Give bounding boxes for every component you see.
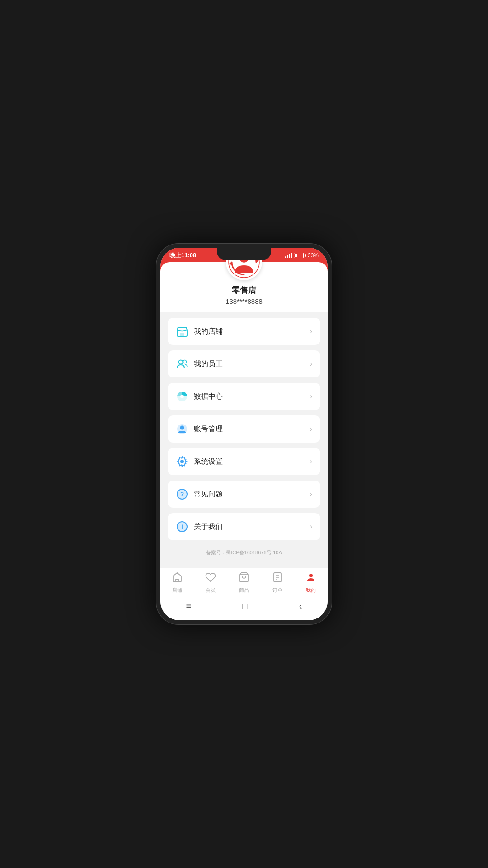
nav-label-order: 订单 bbox=[272, 587, 282, 594]
goods-nav-icon bbox=[239, 572, 249, 585]
menu-item-my-staff[interactable]: 我的员工 › bbox=[168, 350, 320, 377]
menu-item-my-store[interactable]: 我的店铺 › bbox=[168, 318, 320, 345]
chevron-icon: › bbox=[310, 458, 312, 466]
profile-section: 零售店 138****8888 bbox=[160, 280, 328, 312]
menu-item-account[interactable]: 账号管理 › bbox=[168, 415, 320, 443]
mine-nav-icon bbox=[305, 572, 316, 585]
system-back-button[interactable]: ‹ bbox=[290, 599, 311, 613]
svg-rect-5 bbox=[180, 333, 184, 336]
menu-item-faq[interactable]: ? 常见问题 › bbox=[168, 481, 320, 508]
chevron-icon: › bbox=[310, 327, 312, 335]
svg-point-7 bbox=[183, 360, 187, 363]
nav-item-store[interactable]: 店铺 bbox=[160, 572, 194, 594]
about-label: 关于我们 bbox=[194, 522, 223, 532]
phone-frame: 晚上11:08 33% 我的 bbox=[156, 243, 332, 625]
system-menu-button[interactable]: ≡ bbox=[177, 599, 201, 613]
svg-text:i: i bbox=[181, 523, 183, 530]
battery-icon bbox=[294, 253, 306, 258]
nav-item-mine[interactable]: 我的 bbox=[294, 572, 328, 594]
nav-label-mine: 我的 bbox=[306, 587, 316, 594]
svg-point-9 bbox=[180, 395, 184, 398]
my-store-label: 我的店铺 bbox=[194, 327, 223, 336]
nav-label-store: 店铺 bbox=[172, 587, 182, 594]
menu-item-data-center[interactable]: 数据中心 › bbox=[168, 383, 320, 410]
status-time: 晚上11:08 bbox=[169, 251, 196, 259]
account-icon bbox=[176, 423, 188, 435]
store-nav-icon bbox=[172, 572, 183, 585]
svg-point-24 bbox=[309, 574, 313, 577]
chevron-icon: › bbox=[310, 392, 312, 401]
bottom-nav: 店铺 会员 商品 bbox=[160, 568, 328, 595]
menu-item-settings[interactable]: 系统设置 › bbox=[168, 448, 320, 475]
signal-icon bbox=[285, 253, 292, 258]
store-icon bbox=[176, 325, 188, 338]
system-nav-bar: ≡ □ ‹ bbox=[160, 595, 328, 620]
main-content: 我的店铺 › 我的员工 › bbox=[160, 312, 328, 568]
menu-item-about[interactable]: i 关于我们 › bbox=[168, 513, 320, 540]
settings-label: 系统设置 bbox=[194, 457, 223, 467]
data-icon bbox=[176, 390, 188, 403]
icp-text: 备案号：蜀ICP备16018676号-10A bbox=[168, 546, 320, 558]
svg-point-11 bbox=[180, 426, 184, 430]
notch bbox=[217, 248, 271, 260]
nav-item-goods[interactable]: 商品 bbox=[227, 572, 261, 594]
chevron-icon: › bbox=[310, 523, 312, 531]
profile-name: 零售店 bbox=[232, 285, 256, 296]
nav-label-goods: 商品 bbox=[239, 587, 249, 594]
svg-point-6 bbox=[179, 360, 183, 364]
about-icon: i bbox=[176, 520, 188, 533]
svg-point-12 bbox=[180, 460, 184, 463]
faq-label: 常见问题 bbox=[194, 490, 223, 499]
nav-item-member[interactable]: 会员 bbox=[194, 572, 227, 594]
member-nav-icon bbox=[205, 572, 216, 585]
data-center-label: 数据中心 bbox=[194, 392, 223, 401]
phone-screen: 晚上11:08 33% 我的 bbox=[160, 248, 328, 620]
chevron-icon: › bbox=[310, 490, 312, 498]
faq-icon: ? bbox=[176, 488, 188, 500]
status-icons: 33% bbox=[285, 252, 319, 259]
svg-text:?: ? bbox=[180, 491, 184, 498]
account-label: 账号管理 bbox=[194, 425, 223, 434]
nav-label-member: 会员 bbox=[206, 587, 216, 594]
profile-phone: 138****8888 bbox=[225, 297, 263, 305]
settings-icon bbox=[176, 455, 188, 468]
nav-item-order[interactable]: 订单 bbox=[261, 572, 294, 594]
my-staff-label: 我的员工 bbox=[194, 359, 223, 369]
battery-percent: 33% bbox=[308, 252, 319, 259]
chevron-icon: › bbox=[310, 360, 312, 368]
chevron-icon: › bbox=[310, 425, 312, 433]
order-nav-icon bbox=[272, 572, 283, 585]
profile-card: 零售店 138****8888 bbox=[160, 262, 328, 312]
staff-icon bbox=[176, 358, 188, 370]
system-home-button[interactable]: □ bbox=[233, 599, 257, 613]
